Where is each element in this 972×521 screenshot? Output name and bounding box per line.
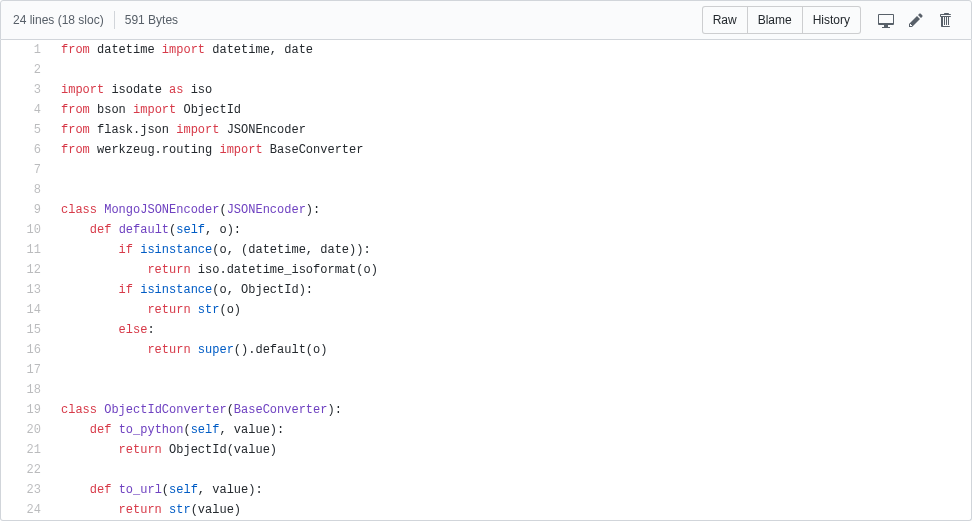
code-line: 7 [1,160,971,180]
line-number[interactable]: 24 [1,500,51,520]
line-content [51,360,971,380]
line-content: return iso.datetime_isoformat(o) [51,260,971,280]
info-divider [114,11,115,29]
code-line: 5from flask.json import JSONEncoder [1,120,971,140]
line-content: def to_python(self, value): [51,420,971,440]
code-line: 14 return str(o) [1,300,971,320]
line-content: class ObjectIdConverter(BaseConverter): [51,400,971,420]
line-number[interactable]: 8 [1,180,51,200]
raw-button[interactable]: Raw [702,6,748,34]
code-line: 4from bson import ObjectId [1,100,971,120]
line-content: else: [51,320,971,340]
lines-sloc-label: 24 lines (18 sloc) [13,13,104,27]
line-content: return str(value) [51,500,971,520]
code-line: 21 return ObjectId(value) [1,440,971,460]
line-content: from bson import ObjectId [51,100,971,120]
code-line: 12 return iso.datetime_isoformat(o) [1,260,971,280]
code-line: 18 [1,380,971,400]
line-content: from flask.json import JSONEncoder [51,120,971,140]
line-number[interactable]: 6 [1,140,51,160]
line-number[interactable]: 21 [1,440,51,460]
code-line: 22 [1,460,971,480]
line-content: from datetime import datetime, date [51,40,971,60]
line-content: def to_url(self, value): [51,480,971,500]
line-number[interactable]: 19 [1,400,51,420]
button-group: Raw Blame History [702,6,861,34]
code-line: 1from datetime import datetime, date [1,40,971,60]
line-number[interactable]: 14 [1,300,51,320]
line-number[interactable]: 15 [1,320,51,340]
line-number[interactable]: 4 [1,100,51,120]
code-line: 3import isodate as iso [1,80,971,100]
code-line: 11 if isinstance(o, (datetime, date)): [1,240,971,260]
code-line: 16 return super().default(o) [1,340,971,360]
line-number[interactable]: 12 [1,260,51,280]
line-content [51,180,971,200]
line-content [51,60,971,80]
line-content [51,460,971,480]
code-line: 24 return str(value) [1,500,971,520]
line-content: if isinstance(o, ObjectId): [51,280,971,300]
line-number[interactable]: 20 [1,420,51,440]
line-number[interactable]: 13 [1,280,51,300]
line-number[interactable]: 17 [1,360,51,380]
code-line: 2 [1,60,971,80]
line-number[interactable]: 10 [1,220,51,240]
line-number[interactable]: 7 [1,160,51,180]
code-line: 6from werkzeug.routing import BaseConver… [1,140,971,160]
desktop-icon[interactable] [873,7,899,33]
line-content: if isinstance(o, (datetime, date)): [51,240,971,260]
line-number[interactable]: 23 [1,480,51,500]
line-content: return super().default(o) [51,340,971,360]
code-table: 1from datetime import datetime, date2 3i… [1,40,971,520]
line-content [51,380,971,400]
trash-icon[interactable] [933,7,959,33]
file-actions: Raw Blame History [702,6,959,34]
line-content: return str(o) [51,300,971,320]
line-content: import isodate as iso [51,80,971,100]
line-number[interactable]: 18 [1,380,51,400]
line-number[interactable]: 9 [1,200,51,220]
line-content [51,160,971,180]
file-header: 24 lines (18 sloc) 591 Bytes Raw Blame H… [0,0,972,40]
blame-button[interactable]: Blame [748,6,803,34]
line-content: class MongoJSONEncoder(JSONEncoder): [51,200,971,220]
pencil-icon[interactable] [903,7,929,33]
code-line: 15 else: [1,320,971,340]
line-number[interactable]: 2 [1,60,51,80]
code-block: 1from datetime import datetime, date2 3i… [0,40,972,521]
code-line: 10 def default(self, o): [1,220,971,240]
code-line: 23 def to_url(self, value): [1,480,971,500]
code-line: 19class ObjectIdConverter(BaseConverter)… [1,400,971,420]
line-content: def default(self, o): [51,220,971,240]
line-number[interactable]: 16 [1,340,51,360]
code-line: 13 if isinstance(o, ObjectId): [1,280,971,300]
history-button[interactable]: History [803,6,861,34]
line-number[interactable]: 1 [1,40,51,60]
line-number[interactable]: 5 [1,120,51,140]
file-size-label: 591 Bytes [125,13,178,27]
code-line: 20 def to_python(self, value): [1,420,971,440]
line-number[interactable]: 11 [1,240,51,260]
file-info: 24 lines (18 sloc) 591 Bytes [13,11,178,29]
line-content: return ObjectId(value) [51,440,971,460]
code-line: 8 [1,180,971,200]
code-line: 9class MongoJSONEncoder(JSONEncoder): [1,200,971,220]
code-line: 17 [1,360,971,380]
line-content: from werkzeug.routing import BaseConvert… [51,140,971,160]
line-number[interactable]: 22 [1,460,51,480]
line-number[interactable]: 3 [1,80,51,100]
